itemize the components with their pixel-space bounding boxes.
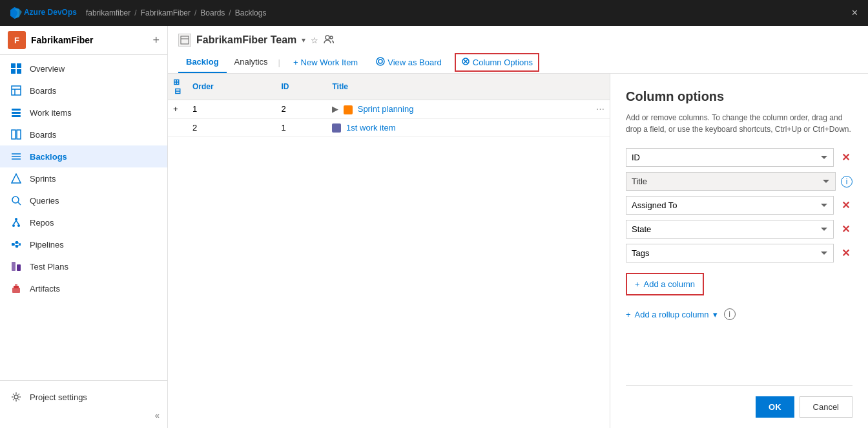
rollup-info-icon[interactable]: i xyxy=(724,308,736,320)
sidebar-item-artifacts[interactable]: Artifacts xyxy=(0,277,167,299)
expand-icon[interactable]: ▶ xyxy=(332,104,338,114)
project-settings-icon xyxy=(10,391,22,403)
breadcrumb-sep3: / xyxy=(229,8,231,17)
breadcrumb-org[interactable]: fabrikamfiber xyxy=(86,8,130,17)
svg-point-38 xyxy=(14,395,18,399)
remove-id-button[interactable]: ✕ xyxy=(839,150,852,165)
column-select-id[interactable]: ID xyxy=(626,148,834,167)
sidebar: F FabrikamFiber + Overview Boards xyxy=(0,26,168,428)
sprints-icon xyxy=(10,173,22,184)
azure-devops-logo[interactable]: Azure DevOps xyxy=(10,7,77,19)
table-row: + 1 2 ▶ Sprint planning ⋯ xyxy=(168,100,610,119)
title-info-icon[interactable]: i xyxy=(841,176,852,187)
testplans-icon xyxy=(10,261,22,272)
sprints-label: Sprints xyxy=(30,174,56,184)
repos-icon xyxy=(10,217,22,228)
cancel-button[interactable]: Cancel xyxy=(800,396,852,418)
column-select-assigned-to[interactable]: Assigned To xyxy=(626,196,834,215)
close-button[interactable]: × xyxy=(852,7,858,19)
svg-marker-17 xyxy=(12,174,21,183)
svg-line-30 xyxy=(14,244,16,246)
row-title-text[interactable]: 1st work item xyxy=(346,123,396,133)
svg-rect-13 xyxy=(17,130,21,139)
ok-button[interactable]: OK xyxy=(756,396,794,418)
sidebar-item-boards-nav[interactable]: Boards xyxy=(0,80,167,102)
remove-state-button[interactable]: ✕ xyxy=(839,222,852,237)
team-chevron-icon[interactable]: ▾ xyxy=(302,36,305,45)
breadcrumb-boards[interactable]: Boards xyxy=(200,8,225,17)
remove-assigned-to-button[interactable]: ✕ xyxy=(839,198,852,213)
add-child-icon[interactable]: + xyxy=(173,104,178,114)
tab-analytics[interactable]: Analytics xyxy=(227,52,276,73)
row-order: 1 xyxy=(187,100,276,119)
breadcrumb-sep1: / xyxy=(134,8,136,17)
sidebar-item-pipelines[interactable]: Pipelines xyxy=(0,233,167,255)
row-title: 1st work item xyxy=(327,118,610,137)
org-name: FabrikamFiber xyxy=(31,35,147,45)
column-select-tags[interactable]: Tags xyxy=(626,244,834,262)
backlogs-icon xyxy=(10,151,22,162)
sidebar-nav: Overview Boards Work items Boards xyxy=(0,55,167,380)
add-rollup-label: Add a rollup column xyxy=(635,310,709,319)
collapse-sidebar-button[interactable]: « xyxy=(0,408,167,423)
row-add-cell[interactable]: + xyxy=(168,100,187,119)
artifacts-icon xyxy=(10,283,22,294)
svg-point-41 xyxy=(326,36,329,39)
sidebar-item-backlogs[interactable]: Backlogs xyxy=(0,145,167,167)
svg-point-42 xyxy=(330,36,333,39)
sidebar-item-project-settings[interactable]: Project settings xyxy=(0,386,167,408)
page-tabs: Backlog Analytics | + New Work Item View… xyxy=(178,52,858,73)
sidebar-item-queries[interactable]: Queries xyxy=(0,189,167,211)
add-column-button[interactable]: + Add a column xyxy=(626,273,704,295)
sidebar-item-workitems[interactable]: Work items xyxy=(0,102,167,123)
panel-title: Column options xyxy=(626,89,852,104)
task-icon xyxy=(332,123,341,133)
add-rollup-icon: + xyxy=(626,310,631,319)
svg-rect-4 xyxy=(11,69,16,74)
row-id: 1 xyxy=(276,118,327,137)
team-name[interactable]: FabrikamFiber Team xyxy=(196,34,296,46)
column-options-icon xyxy=(461,57,470,68)
remove-tags-button[interactable]: ✕ xyxy=(839,246,852,261)
row-add-cell[interactable] xyxy=(168,118,187,137)
breadcrumb-backlogs[interactable]: Backlogs xyxy=(235,8,267,17)
add-project-button[interactable]: + xyxy=(152,34,160,47)
add-rollup-column-button[interactable]: + Add a rollup column ▾ i xyxy=(626,303,852,325)
row-more-icon[interactable]: ⋯ xyxy=(596,104,604,114)
sidebar-item-overview[interactable]: Overview xyxy=(0,58,167,80)
team-selector: FabrikamFiber Team ▾ ☆ xyxy=(178,34,858,47)
tab-divider: | xyxy=(276,58,283,67)
epic-icon xyxy=(344,105,353,114)
sidebar-item-sprints[interactable]: Sprints xyxy=(0,167,167,189)
backlog-table: ⊞ ⊟ Order ID Title + 1 2 xyxy=(168,74,610,137)
svg-line-29 xyxy=(14,242,16,244)
tab-backlog[interactable]: Backlog xyxy=(178,52,227,73)
rollup-chevron-icon: ▾ xyxy=(713,310,718,319)
collapse-all-icon[interactable]: ⊟ xyxy=(174,87,181,96)
expand-all-icon[interactable]: ⊞ xyxy=(173,78,180,87)
breadcrumb-project[interactable]: FabrikamFiber xyxy=(141,8,191,17)
svg-line-23 xyxy=(14,220,16,224)
sidebar-item-repos[interactable]: Repos xyxy=(0,211,167,233)
svg-rect-26 xyxy=(16,241,18,244)
sidebar-item-testplans[interactable]: Test Plans xyxy=(0,255,167,277)
row-title-text[interactable]: Sprint planning xyxy=(358,104,414,114)
breadcrumb: Azure DevOps fabrikamfiber / FabrikamFib… xyxy=(10,7,266,19)
column-item-title: Title i xyxy=(626,172,852,191)
svg-point-20 xyxy=(12,224,15,227)
team-favorite-icon[interactable]: ☆ xyxy=(311,36,318,45)
svg-rect-5 xyxy=(17,69,21,74)
view-as-board-button[interactable]: View as Board xyxy=(371,54,447,70)
view-as-board-icon xyxy=(376,57,385,68)
team-members-icon[interactable] xyxy=(324,34,334,47)
column-options-button[interactable]: Column Options xyxy=(455,53,539,72)
svg-point-18 xyxy=(12,197,19,203)
boards-nav-icon xyxy=(10,85,22,96)
svg-rect-25 xyxy=(12,243,14,246)
column-options-label: Column Options xyxy=(473,58,533,67)
new-work-item-button[interactable]: + New Work Item xyxy=(288,55,363,70)
column-select-state[interactable]: State xyxy=(626,220,834,239)
sidebar-item-boards[interactable]: Boards xyxy=(0,123,167,145)
svg-rect-2 xyxy=(11,63,16,68)
boards-label: Boards xyxy=(30,130,56,140)
